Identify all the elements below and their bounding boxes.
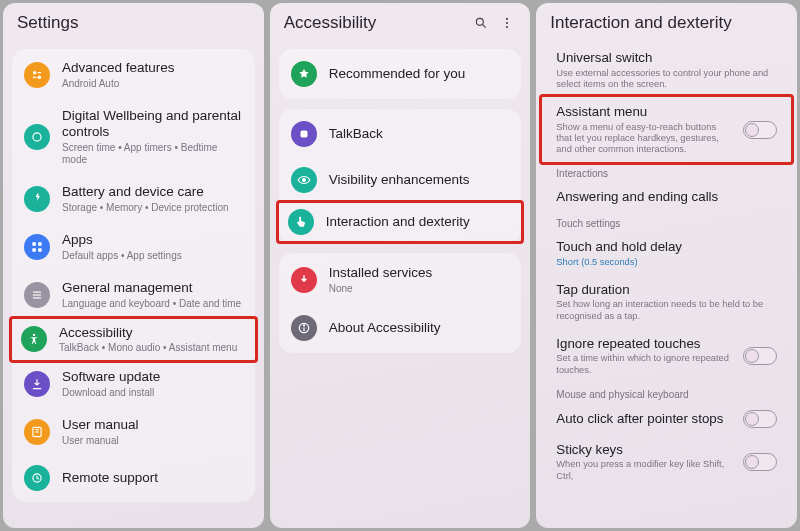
list-item-title: Recommended for you <box>329 66 510 82</box>
wellbeing-icon <box>24 124 50 150</box>
list-item-title: Digital Wellbeing and parental controls <box>62 108 243 140</box>
svg-point-18 <box>506 22 508 24</box>
list-item-title: General management <box>62 280 243 296</box>
settings-item-general-management[interactable]: General managementLanguage and keyboard … <box>12 271 255 319</box>
settings-list[interactable]: Advanced featuresAndroid AutoDigital Wel… <box>3 41 264 528</box>
accessibility-item-about-accessibility[interactable]: About Accessibility <box>279 305 522 351</box>
toggle-switch[interactable] <box>743 121 777 139</box>
list-item-subtitle: When you press a modifier key like Shift… <box>556 459 731 481</box>
visibility-icon <box>291 167 317 193</box>
talkback-icon <box>291 121 317 147</box>
update-icon <box>24 371 50 397</box>
svg-point-17 <box>506 18 508 20</box>
accessibility-item-interaction-and-dexterity[interactable]: Interaction and dexterity <box>276 200 525 244</box>
svg-rect-3 <box>32 242 36 246</box>
list-item-title: Ignore repeated touches <box>556 336 731 352</box>
list-item-title: Sticky keys <box>556 442 731 458</box>
toggle-switch[interactable] <box>743 410 777 428</box>
more-icon[interactable] <box>498 14 516 32</box>
settings-header: Settings <box>3 3 264 41</box>
settings-item-software-update[interactable]: Software updateDownload and install <box>12 360 255 408</box>
accessibility-header: Accessibility <box>270 3 531 41</box>
setting-item-sticky-keys[interactable]: Sticky keysWhen you press a modifier key… <box>542 435 791 489</box>
list-item-subtitle: Short (0.5 seconds) <box>556 257 777 268</box>
settings-item-digital-wellbeing-and-parental-controls[interactable]: Digital Wellbeing and parental controlsS… <box>12 99 255 175</box>
list-item-title: Visibility enhancements <box>329 172 510 188</box>
svg-point-19 <box>506 26 508 28</box>
list-item-title: Auto click after pointer stops <box>556 411 731 427</box>
remote-icon <box>24 465 50 491</box>
accessibility-title: Accessibility <box>284 13 377 33</box>
svg-rect-5 <box>32 248 36 252</box>
svg-rect-20 <box>300 131 307 138</box>
svg-point-1 <box>38 76 42 80</box>
list-item-title: Installed services <box>329 265 510 281</box>
list-item-subtitle: Download and install <box>62 387 243 399</box>
toggle-switch[interactable] <box>743 453 777 471</box>
setting-item-assistant-menu[interactable]: Assistant menuShow a menu of easy-to-rea… <box>539 94 794 165</box>
svg-point-21 <box>302 179 305 182</box>
manual-icon <box>24 419 50 445</box>
setting-item-ignore-repeated-touches[interactable]: Ignore repeated touchesSet a time within… <box>542 329 791 383</box>
svg-point-2 <box>33 133 41 141</box>
apps-icon <box>24 234 50 260</box>
accessibility-item-recommended-for-you[interactable]: Recommended for you <box>279 51 522 97</box>
setting-item-answering-and-ending-calls[interactable]: Answering and ending calls <box>542 182 791 212</box>
list-item-title: User manual <box>62 417 243 433</box>
accessibility-item-visibility-enhancements[interactable]: Visibility enhancements <box>279 157 522 203</box>
section-label: Touch settings <box>542 212 791 232</box>
accessibility-list[interactable]: Recommended for youTalkBackVisibility en… <box>270 41 531 528</box>
list-item-title: Battery and device care <box>62 184 243 200</box>
advanced-icon <box>24 62 50 88</box>
setting-item-tap-duration[interactable]: Tap durationSet how long an interaction … <box>542 275 791 329</box>
setting-item-auto-click-after-pointer-stops[interactable]: Auto click after pointer stops <box>542 403 791 435</box>
list-item-subtitle: TalkBack • Mono audio • Assistant menu <box>59 342 246 354</box>
svg-point-24 <box>303 325 304 326</box>
list-item-subtitle: Storage • Memory • Device protection <box>62 202 243 214</box>
accessibility-item-talkback[interactable]: TalkBack <box>279 111 522 157</box>
battery-icon <box>24 186 50 212</box>
search-icon[interactable] <box>472 14 490 32</box>
svg-point-0 <box>33 71 37 75</box>
accessibility-icon <box>21 326 47 352</box>
interaction-dexterity-list[interactable]: Universal switchUse external accessories… <box>536 41 797 528</box>
setting-item-touch-and-hold-delay[interactable]: Touch and hold delayShort (0.5 seconds) <box>542 232 791 275</box>
list-item-subtitle: Screen time • App timers • Bedtime mode <box>62 142 243 166</box>
settings-item-accessibility[interactable]: AccessibilityTalkBack • Mono audio • Ass… <box>9 316 258 364</box>
list-item-subtitle: Android Auto <box>62 78 243 90</box>
list-item-title: Universal switch <box>556 50 777 66</box>
settings-item-remote-support[interactable]: Remote support <box>12 456 255 500</box>
setting-item-universal-switch[interactable]: Universal switchUse external accessories… <box>542 43 791 97</box>
interaction-dexterity-title: Interaction and dexterity <box>550 13 731 33</box>
list-item-title: Remote support <box>62 470 243 486</box>
list-item-title: Answering and ending calls <box>556 189 777 205</box>
list-item-subtitle: Default apps • App settings <box>62 250 243 262</box>
list-item-subtitle: Show a menu of easy-to-reach buttons tha… <box>556 122 731 155</box>
general-icon <box>24 282 50 308</box>
list-item-title: TalkBack <box>329 126 510 142</box>
list-item-title: Apps <box>62 232 243 248</box>
accessibility-item-installed-services[interactable]: Installed servicesNone <box>279 255 522 305</box>
settings-title: Settings <box>17 13 78 33</box>
list-item-subtitle: Set a time within which to ignore repeat… <box>556 353 731 375</box>
interaction-icon <box>288 209 314 235</box>
list-item-title: Advanced features <box>62 60 243 76</box>
settings-item-user-manual[interactable]: User manualUser manual <box>12 408 255 456</box>
list-item-title: Interaction and dexterity <box>326 214 513 230</box>
installed-icon <box>291 267 317 293</box>
star-icon <box>291 61 317 87</box>
settings-item-advanced-features[interactable]: Advanced featuresAndroid Auto <box>12 51 255 99</box>
list-item-title: About Accessibility <box>329 320 510 336</box>
list-item-title: Tap duration <box>556 282 777 298</box>
list-item-subtitle: Language and keyboard • Date and time <box>62 298 243 310</box>
settings-item-apps[interactable]: AppsDefault apps • App settings <box>12 223 255 271</box>
about-icon <box>291 315 317 341</box>
svg-line-16 <box>483 24 486 27</box>
list-item-subtitle: Set how long an interaction needs to be … <box>556 299 777 321</box>
list-item-subtitle: Use external accessories to control your… <box>556 68 777 90</box>
section-label: Interactions <box>542 162 791 182</box>
settings-item-battery-and-device-care[interactable]: Battery and device careStorage • Memory … <box>12 175 255 223</box>
accessibility-panel: Accessibility Recommended for youTalkBac… <box>270 3 531 528</box>
toggle-switch[interactable] <box>743 347 777 365</box>
svg-point-10 <box>33 334 35 336</box>
